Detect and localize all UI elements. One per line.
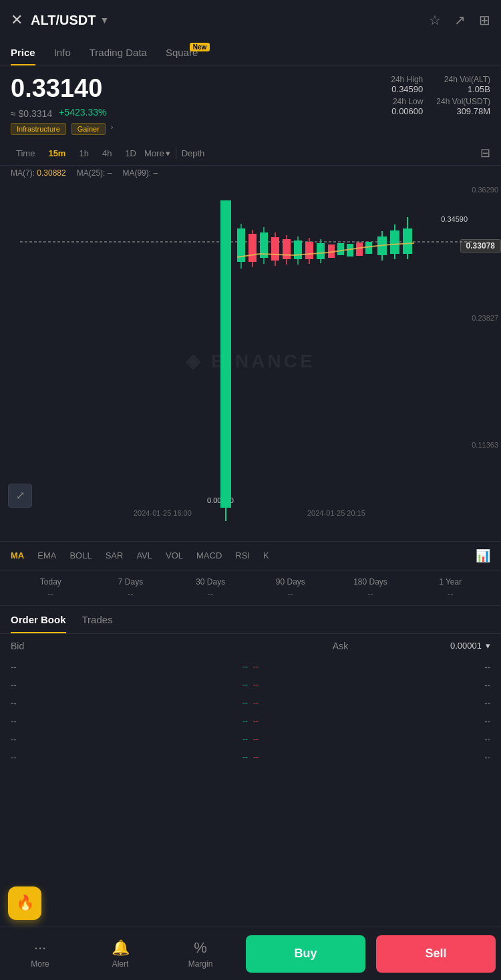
svg-rect-35 [390, 230, 399, 254]
nav-more[interactable]: ··· More [0, 939, 80, 969]
or-bid-4: -- [11, 734, 170, 744]
sell-button[interactable]: Sell [376, 935, 496, 973]
ob-ask-label: Ask [230, 641, 450, 651]
indicator-chart-icon[interactable]: 📊 [476, 548, 490, 563]
tab-info[interactable]: Info [54, 40, 71, 65]
price-usd: ≈ $0.3314 [11, 108, 52, 119]
svg-rect-31 [365, 242, 372, 254]
ob-spread-val: 0.00001 [450, 641, 482, 651]
time-more-btn[interactable]: More ▾ [144, 148, 170, 158]
ma25-label: MA(25): – [77, 168, 112, 178]
ob-bid-label: Bid [11, 641, 230, 651]
more-label: More [31, 959, 49, 969]
ma99-value: – [153, 168, 158, 178]
more-label: More [144, 148, 164, 158]
price-tags: Infrastructure Gainer › [11, 123, 114, 135]
header-left: ✕ ALT/USDT ▼ [11, 11, 109, 29]
time-btn-4h[interactable]: 4h [97, 146, 117, 161]
or-right-2: -- [331, 698, 490, 708]
or-ask-size-3: -- [253, 716, 259, 725]
indicator-rsi[interactable]: RSI [235, 550, 250, 560]
stat-7days-label: 7 Days [91, 577, 171, 587]
tab-trading-data[interactable]: Trading Data [90, 40, 147, 65]
order-row: -- -- -- -- [0, 730, 501, 748]
tab-trades[interactable]: Trades [82, 614, 113, 633]
grid-icon[interactable]: ⊞ [479, 12, 490, 28]
ma-row: MA(7): 0.30882 MA(25): – MA(99): – [0, 166, 501, 180]
indicator-macd[interactable]: MACD [196, 550, 222, 560]
order-row: -- -- -- -- [0, 676, 501, 694]
time-btn-15m[interactable]: 15m [43, 146, 71, 161]
or-right-5: -- [331, 752, 490, 762]
stat-90days-label: 90 Days [251, 577, 331, 587]
nav-alert[interactable]: 🔔 Alert [80, 939, 160, 969]
ma7-value: 0.30882 [37, 168, 65, 178]
stat-today-label: Today [11, 577, 91, 587]
price-change: +5423.33% [59, 107, 106, 118]
price-left: 0.33140 ≈ $0.3314 +5423.33% Infrastructu… [11, 75, 114, 135]
header-icons: ☆ ↗ ⊞ [429, 12, 490, 28]
depth-btn[interactable]: Depth [182, 148, 205, 158]
indicator-boll[interactable]: BOLL [69, 550, 92, 560]
indicator-sar[interactable]: SAR [106, 550, 124, 560]
or-ask-size-4: -- [253, 734, 259, 744]
fire-button[interactable]: 🔥 [8, 886, 41, 920]
or-mid-1: -- -- [170, 680, 330, 689]
tab-order-book[interactable]: Order Book [11, 614, 66, 633]
x-label-right: 2024-01-25 20:15 [307, 509, 365, 517]
indicator-ema[interactable]: EMA [37, 550, 56, 560]
new-badge: New [190, 43, 210, 51]
or-ask-val-3: -- [242, 716, 248, 725]
indicator-ma[interactable]: MA [11, 550, 24, 560]
indicator-vol[interactable]: VOL [166, 550, 183, 560]
expand-icon: ⤢ [16, 489, 25, 502]
or-bid-5: -- [11, 752, 170, 762]
ma99-label: MA(99): – [122, 168, 158, 178]
or-bid-3: -- [11, 716, 170, 726]
share-icon[interactable]: ↗ [454, 12, 466, 28]
ma25-value: – [108, 168, 112, 178]
alert-icon: 🔔 [112, 939, 130, 957]
time-btn-1d[interactable]: 1D [120, 146, 142, 161]
tag-gainer[interactable]: Gainer [71, 123, 106, 135]
or-mid-5: -- -- [170, 752, 330, 762]
close-button[interactable]: ✕ [11, 11, 23, 29]
bottom-nav: ··· More 🔔 Alert % Margin Buy Sell [0, 927, 501, 980]
ob-spread-arrow[interactable]: ▾ [486, 641, 490, 651]
h24-low-label: 24h Low [369, 97, 424, 106]
stat-1year: 1 Year -- [410, 577, 490, 599]
order-row: -- -- -- -- [0, 748, 501, 766]
time-btn-1h[interactable]: 1h [73, 146, 94, 161]
indicator-avl[interactable]: AVL [136, 550, 152, 560]
margin-label: Margin [188, 959, 213, 969]
or-ask-size-0: -- [253, 662, 259, 671]
svg-rect-24 [317, 243, 325, 259]
expand-chart-button[interactable]: ⤢ [8, 484, 32, 508]
star-icon[interactable]: ☆ [429, 12, 441, 28]
nav-margin[interactable]: % Margin [160, 939, 240, 969]
or-ask-size-1: -- [253, 680, 259, 689]
dropdown-arrow[interactable]: ▼ [100, 15, 109, 25]
or-ask-size-2: -- [253, 698, 259, 707]
time-btn-time[interactable]: Time [11, 146, 40, 161]
h24-high-label: 24h High [369, 75, 424, 84]
chart-controls: Time 15m 1h 4h 1D More ▾ Depth ⊟ [0, 142, 501, 166]
ma7-label: MA(7): 0.30882 [11, 168, 66, 178]
tag-arrow: › [111, 123, 114, 135]
svg-rect-38 [403, 228, 412, 254]
indicator-k[interactable]: K [263, 550, 269, 560]
or-ask-val-1: -- [242, 680, 248, 689]
tab-price[interactable]: Price [11, 40, 35, 65]
h24-low-val: 0.00600 [369, 106, 424, 116]
svg-rect-6 [248, 234, 257, 262]
chart-settings-icon[interactable]: ⊟ [480, 146, 490, 160]
buy-button[interactable]: Buy [246, 935, 365, 973]
order-book-tabs: Order Book Trades [0, 606, 501, 634]
chart-area: 0.36290 0.23827 0.11363 0.33078 0.34590 … [0, 180, 501, 541]
more-arrow: ▾ [166, 148, 170, 158]
tag-infrastructure[interactable]: Infrastructure [11, 123, 66, 135]
or-mid-2: -- -- [170, 698, 330, 707]
order-row: -- -- -- -- [0, 712, 501, 730]
tab-square[interactable]: Square New [166, 40, 198, 65]
svg-rect-12 [271, 237, 279, 261]
